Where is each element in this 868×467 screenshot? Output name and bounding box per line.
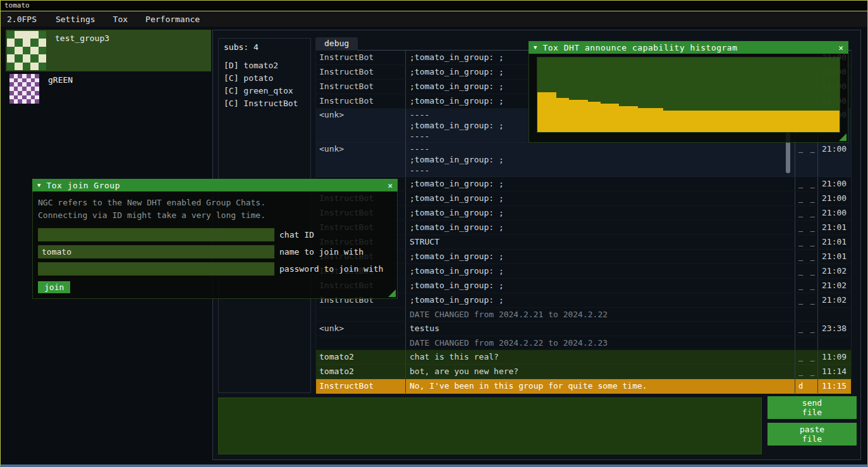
histogram-bar <box>701 111 707 132</box>
histogram-bar <box>613 104 619 132</box>
group-avatar <box>7 31 46 70</box>
histogram-bar <box>783 111 789 132</box>
message-time: 21:00 <box>817 177 851 191</box>
message-time: 11:15 <box>817 379 851 393</box>
histogram-bar <box>601 104 607 132</box>
message-author: InstructBot <box>316 379 405 393</box>
message-text: testus <box>405 322 795 336</box>
message-text: bot, are you new here? <box>405 365 795 379</box>
message-time: 21:00 <box>817 143 851 176</box>
tab-debug[interactable]: debug <box>315 37 358 51</box>
join-group-window: ▼ Tox join Group ✕ NGC refers to the New… <box>32 179 398 299</box>
histogram-bar <box>714 111 720 132</box>
chat-message-row[interactable]: tomato2bot, are you new here?_ _11:14 <box>316 365 851 379</box>
histogram-bar <box>764 111 770 132</box>
message-time: 21:00 <box>817 206 851 220</box>
close-icon[interactable]: ✕ <box>838 43 843 52</box>
message-text: ;tomato_in_group: ; <box>405 250 795 264</box>
histogram-bar <box>814 111 821 132</box>
histogram-bar <box>638 108 644 132</box>
message-text: STRUCT <box>405 235 795 249</box>
chat-id-input[interactable] <box>38 228 274 241</box>
resize-grip[interactable] <box>839 133 847 141</box>
member-item[interactable]: [C] potato <box>224 72 305 85</box>
join-name-label: name to join with <box>279 247 364 257</box>
histogram-bar <box>663 111 669 132</box>
date-separator-row: DATE CHANGED from 2024.2.21 to 2024.2.22 <box>316 308 851 322</box>
menu-item-settings[interactable]: Settings <box>47 15 104 24</box>
message-status: _ _ <box>795 365 817 379</box>
histogram-window-titlebar[interactable]: ▼ Tox DHT announce capability histogram … <box>529 41 848 54</box>
sidebar-item-test-group3[interactable]: test_group3 <box>6 30 211 71</box>
window-title: Tox DHT announce capability histogram <box>542 43 737 52</box>
histogram-bar <box>563 98 569 132</box>
histogram-bar <box>770 111 776 132</box>
member-list: [D] tomato2[C] potato[C] green_qtox[C] I… <box>224 59 305 110</box>
join-password-label: password to join with <box>279 264 383 274</box>
message-time: 21:02 <box>817 264 851 278</box>
paste-file-button[interactable]: paste file <box>767 423 857 446</box>
sidebar-item-green[interactable]: gREEN <box>6 73 211 107</box>
message-time: 21:01 <box>817 235 851 249</box>
histogram-bar <box>556 98 563 132</box>
histogram-bar <box>745 111 751 132</box>
histogram-bar <box>720 111 726 132</box>
histogram-bar <box>682 111 688 132</box>
histogram-bar <box>833 111 840 132</box>
histogram-bar <box>751 111 757 132</box>
message-author: InstructBot <box>316 94 405 108</box>
collapse-icon[interactable]: ▼ <box>534 44 537 51</box>
collapse-icon[interactable]: ▼ <box>37 182 40 188</box>
histogram-bar <box>795 111 802 132</box>
histogram-plot[interactable] <box>537 57 840 133</box>
chat-message-row[interactable]: <unk>testus_ _23:38 <box>316 322 851 336</box>
histogram-bar <box>644 108 651 132</box>
chat-id-label: chat ID <box>279 230 314 240</box>
member-item[interactable]: [C] green_qtox <box>224 85 305 97</box>
member-item[interactable]: [C] InstructBot <box>224 97 305 110</box>
message-status <box>795 336 817 349</box>
menu-item-tox[interactable]: Tox <box>104 15 137 24</box>
histogram-bar <box>594 102 601 132</box>
app-root: { "colors": { "window_border": "#b9c24a"… <box>0 0 868 467</box>
message-status: _ _ <box>795 235 817 249</box>
histogram-bar <box>733 111 739 132</box>
join-name-input[interactable] <box>38 245 274 258</box>
send-file-button[interactable]: send file <box>767 396 857 419</box>
histogram-bar <box>739 111 745 132</box>
message-text: chat is this real? <box>405 350 795 364</box>
histogram-bar <box>651 108 657 132</box>
message-author: InstructBot <box>316 80 405 94</box>
resize-grip[interactable] <box>388 289 396 297</box>
titlebar[interactable]: tomato <box>1 1 867 11</box>
message-author <box>316 336 405 349</box>
histogram-bar <box>582 100 588 132</box>
chat-message-row[interactable]: <unk>----;tomato_in_group: ;----_ _21:00 <box>316 143 851 177</box>
join-button[interactable]: join <box>38 281 70 293</box>
message-text: ;tomato_in_group: ; <box>405 177 795 191</box>
message-input[interactable] <box>218 397 762 454</box>
member-item[interactable]: [D] tomato2 <box>224 59 305 72</box>
histogram-bar <box>606 104 613 132</box>
join-window-titlebar[interactable]: ▼ Tox join Group ✕ <box>32 179 398 191</box>
message-text: DATE CHANGED from 2024.2.22 to 2024.2.23 <box>405 336 795 349</box>
histogram-bar <box>619 106 625 132</box>
message-status: _ _ <box>795 206 817 220</box>
histogram-bar <box>776 111 783 132</box>
message-text: DATE CHANGED from 2024.2.21 to 2024.2.22 <box>405 308 795 321</box>
message-text: ----;tomato_in_group: ;---- <box>405 143 795 176</box>
close-icon[interactable]: ✕ <box>388 181 393 190</box>
message-author: <unk> <box>316 143 405 176</box>
chat-message-row[interactable]: tomato2chat is this real?_ _11:09 <box>316 350 851 365</box>
menu-item-performance[interactable]: Performance <box>137 15 209 24</box>
histogram-window-body <box>529 54 848 143</box>
join-password-input[interactable] <box>38 262 274 276</box>
message-status: d <box>795 379 817 393</box>
histogram-bar <box>544 92 550 132</box>
fps-counter: 2.0FPS <box>1 15 47 24</box>
message-text: No, I've been in this group for quite so… <box>405 379 795 393</box>
message-status: _ _ <box>795 221 817 234</box>
histogram-bar <box>808 111 814 132</box>
chat-message-row[interactable]: InstructBotNo, I've been in this group f… <box>316 379 851 394</box>
message-time: 21:02 <box>817 293 851 307</box>
